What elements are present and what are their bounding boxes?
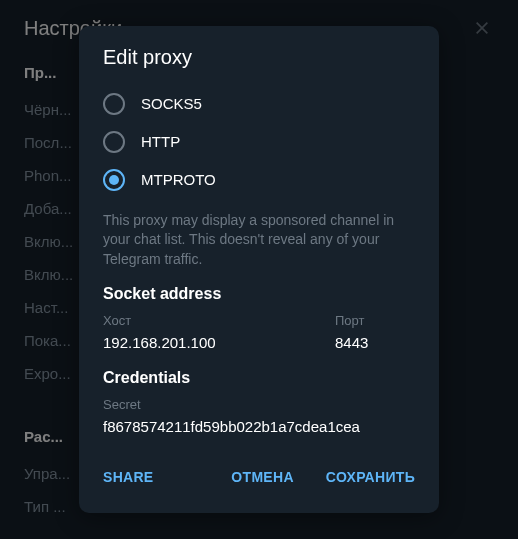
host-label: Хост — [103, 313, 311, 328]
radio-http[interactable]: HTTP — [103, 123, 415, 161]
secret-input[interactable] — [103, 416, 415, 437]
modal-actions: SHARE ОТМЕНА СОХРАНИТЬ — [79, 453, 439, 513]
cancel-button[interactable]: ОТМЕНА — [231, 461, 293, 493]
secret-label: Secret — [103, 397, 415, 412]
secret-input-group: Secret — [103, 397, 415, 437]
modal-title: Edit proxy — [79, 26, 439, 85]
port-input[interactable] — [335, 332, 415, 353]
socket-input-row: Хост Порт — [79, 313, 439, 369]
host-input[interactable] — [103, 332, 311, 353]
radio-label: SOCKS5 — [141, 95, 202, 112]
edit-proxy-modal: Edit proxy SOCKS5 HTTP MTPROTO This prox… — [79, 26, 439, 514]
radio-mtproto[interactable]: MTPROTO — [103, 161, 415, 199]
proxy-info-text: This proxy may display a sponsored chann… — [79, 199, 439, 286]
radio-circle-selected-icon — [103, 169, 125, 191]
actions-right: ОТМЕНА СОХРАНИТЬ — [231, 461, 415, 493]
radio-socks5[interactable]: SOCKS5 — [103, 85, 415, 123]
socket-address-header: Socket address — [79, 285, 439, 313]
port-input-group: Порт — [335, 313, 415, 353]
radio-circle-icon — [103, 131, 125, 153]
radio-label: MTPROTO — [141, 171, 216, 188]
radio-circle-icon — [103, 93, 125, 115]
share-button[interactable]: SHARE — [103, 461, 154, 493]
credentials-header: Credentials — [79, 369, 439, 397]
radio-label: HTTP — [141, 133, 180, 150]
save-button[interactable]: СОХРАНИТЬ — [326, 461, 415, 493]
modal-overlay[interactable]: Edit proxy SOCKS5 HTTP MTPROTO This prox… — [0, 0, 518, 539]
secret-row: Secret — [79, 397, 439, 453]
host-input-group: Хост — [103, 313, 311, 353]
port-label: Порт — [335, 313, 415, 328]
proxy-type-radio-group: SOCKS5 HTTP MTPROTO — [79, 85, 439, 199]
